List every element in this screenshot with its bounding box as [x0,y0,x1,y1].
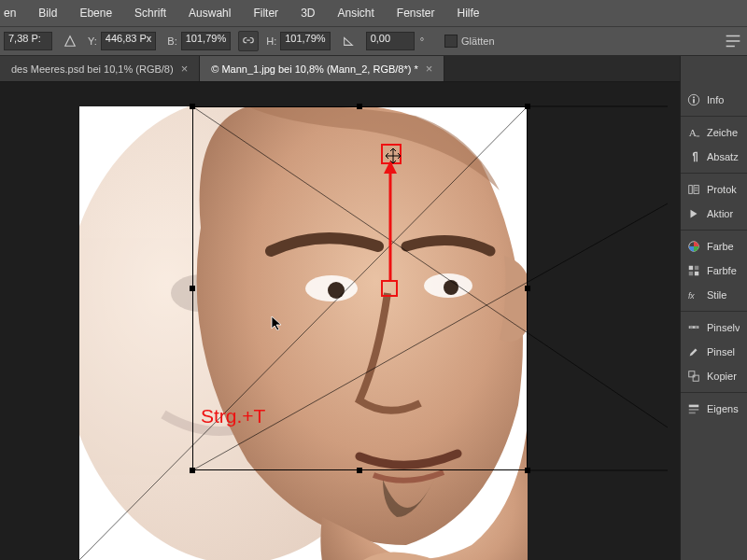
swatches-icon [686,263,701,278]
interpolation-field: Glätten [441,35,498,48]
panel-history[interactable]: Protok [681,177,747,202]
document-canvas[interactable] [79,106,528,560]
history-icon [686,182,701,197]
panel-label: Farbe [707,241,734,252]
svg-rect-16 [693,97,695,99]
svg-text:A: A [689,127,698,138]
mouse-cursor-icon [271,315,282,330]
document-tab-active[interactable]: © Mann_1.jpg bei 10,8% (Mann_2, RGB/8*) … [200,56,444,81]
menu-item-window[interactable]: Fenster [386,3,446,23]
menu-item-filter[interactable]: Filter [242,3,289,23]
panel-actions[interactable]: Aktior [681,202,747,226]
svg-point-31 [690,326,694,329]
antialias-checkbox[interactable] [444,35,458,48]
transform-handle[interactable] [357,468,362,473]
panel-label: Info [707,94,724,105]
svg-rect-37 [689,413,696,414]
x-value[interactable]: 7,38 P: [4,32,52,50]
menu-item-help[interactable]: Hilfe [446,3,491,23]
y-label: Y: [88,35,97,47]
panel-properties[interactable]: Eigens [681,397,747,421]
tab-label: des Meeres.psd bei 10,1% (RGB/8) [11,63,174,75]
transform-options-bar: 7,38 P: Y: 446,83 Px B: 101,79% H: 101,7… [0,26,747,56]
panel-character[interactable]: A Zeiche [681,120,747,145]
panel-label: Pinselv [707,322,740,333]
brush-icon [686,344,701,359]
transform-handle[interactable] [525,286,530,291]
angle-field: 0,00 ° [362,32,428,50]
svg-rect-27 [689,272,693,275]
h-value[interactable]: 101,79% [280,32,330,50]
panel-brush-presets[interactable]: Pinselv [681,315,747,340]
transform-handle[interactable] [190,286,195,291]
relative-position-toggle[interactable] [60,35,80,48]
panel-label: Pinsel [707,346,735,357]
menu-item-type[interactable]: Schrift [123,3,177,23]
menu-item-view[interactable]: Ansicht [326,3,385,23]
width-field: B: 101,79% [163,32,234,50]
svg-point-4 [328,282,345,299]
panel-label: Farbfe [707,265,737,276]
actions-icon [686,206,701,221]
svg-rect-18 [697,136,700,137]
color-icon [686,239,701,254]
menu-item-layer[interactable]: Ebene [68,3,123,23]
menu-item-3d[interactable]: 3D [289,3,326,23]
panel-info[interactable]: Info [681,88,747,112]
properties-icon [686,401,701,416]
panel-paragraph[interactable]: Absatz [681,145,747,169]
svg-text:fx: fx [688,291,695,301]
svg-point-6 [444,280,458,295]
close-icon[interactable]: × [181,62,189,76]
menu-item-select[interactable]: Auswahl [177,3,242,23]
document-tab-inactive[interactable]: des Meeres.psd bei 10,1% (RGB/8) × [0,56,200,81]
svg-rect-19 [689,186,693,194]
panel-label: Protok [707,184,737,195]
link-aspect-ratio-icon[interactable] [238,31,259,51]
transform-handle[interactable] [190,468,195,473]
close-icon[interactable]: × [426,62,433,76]
panel-label: Kopier [707,371,737,382]
y-position-field: Y: 446,83 Px [84,32,160,50]
svg-rect-20 [694,186,698,194]
w-value[interactable]: 101,79% [181,32,231,50]
brush-presets-icon [686,320,701,335]
panel-dock: Info A Zeiche Absatz Protok Aktior Farbe… [680,56,747,560]
svg-rect-34 [693,375,698,381]
transform-handle[interactable] [525,104,530,109]
image-content [79,106,528,560]
svg-rect-26 [695,266,698,270]
main-menu-bar: en Bild Ebene Schrift Auswahl Filter 3D … [0,0,747,26]
menu-item-edit[interactable]: en [0,3,27,23]
panel-clone-source[interactable]: Kopier [681,364,747,388]
clone-source-icon [686,369,701,384]
workspace-switcher-icon[interactable] [723,28,743,54]
panel-label: Aktior [707,208,733,219]
info-icon [686,92,701,107]
transform-handle[interactable] [190,104,195,109]
svg-rect-33 [689,371,695,377]
canvas-workspace[interactable]: Strg.+T [0,82,680,560]
svg-rect-15 [693,99,695,103]
angle-value[interactable]: 0,00 [366,32,415,50]
w-label: B: [167,35,176,47]
transform-handle[interactable] [357,104,362,109]
y-value[interactable]: 446,83 Px [101,32,157,50]
svg-rect-35 [689,405,699,408]
panel-label: Zeiche [707,127,738,138]
panel-brush[interactable]: Pinsel [681,340,747,364]
x-position-field: 7,38 P: [0,32,56,50]
panel-color[interactable]: Farbe [681,234,747,259]
annotation-shortcut-label: Strg.+T [201,405,265,427]
transform-handle[interactable] [525,468,530,473]
paragraph-icon [686,149,701,164]
styles-icon: fx [686,287,701,302]
svg-rect-25 [689,266,693,270]
tab-label: © Mann_1.jpg bei 10,8% (Mann_2, RGB/8*) … [211,63,418,75]
svg-rect-28 [695,272,698,275]
antialias-label: Glätten [461,35,494,47]
panel-styles[interactable]: fx Stile [681,283,747,307]
menu-item-image[interactable]: Bild [27,3,68,23]
annotation-arrow [378,161,402,286]
panel-swatches[interactable]: Farbfe [681,259,747,283]
